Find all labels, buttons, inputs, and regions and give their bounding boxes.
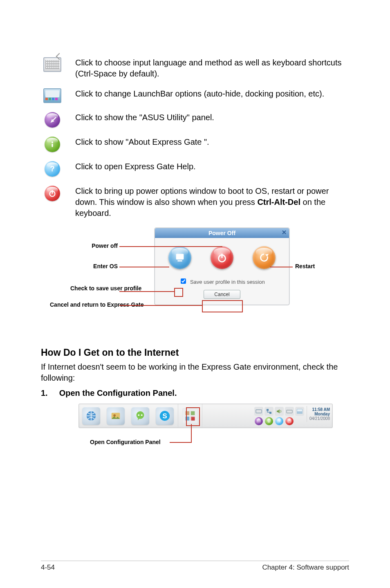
svg-rect-22 (256, 410, 262, 413)
save-profile-label[interactable]: Save user profile in this session (179, 279, 264, 285)
svg-text:?: ? (50, 164, 54, 173)
launchbar-figure: S (78, 404, 349, 428)
launchbar-desc: Click to change LaunchBar options (auto-… (64, 88, 349, 99)
close-icon[interactable] (280, 229, 288, 237)
section-heading: How Do I Get on to the Internet (41, 347, 349, 358)
save-profile-row: Save user profile in this session (159, 277, 285, 285)
callout-line-config-v (191, 424, 192, 443)
info-icon (41, 137, 64, 152)
power-off-figure: Power Off (41, 228, 349, 334)
svg-point-7 (219, 255, 226, 262)
tray-volume-icon[interactable] (275, 407, 284, 416)
language-desc: Click to choose input language and metho… (64, 57, 349, 79)
svg-rect-6 (178, 260, 182, 262)
anno-check-save: Check to save user profile (70, 285, 118, 292)
clock-time: 11:58 AM (309, 407, 330, 412)
svg-point-0 (52, 141, 53, 143)
launchbar-dock-left: S (79, 404, 178, 428)
cancel-button[interactable]: Cancel (204, 290, 240, 299)
tray-help-icon[interactable]: ? (275, 417, 284, 426)
launchbar-center (178, 404, 202, 428)
svg-point-12 (137, 411, 144, 419)
clock-day: Monday (309, 412, 330, 416)
svg-point-28 (269, 419, 270, 420)
skype-icon[interactable]: S (156, 407, 174, 425)
section-body: If Internet doesn't seem to be working i… (41, 361, 349, 384)
power-desc-shortcut: Ctrl-Alt-Del (257, 197, 300, 206)
power-off-button[interactable] (211, 246, 233, 269)
svg-rect-29 (269, 421, 269, 423)
tray-launchbar-icon[interactable] (295, 407, 304, 416)
row-help: ? Click to open Express Gate Help. (41, 161, 349, 177)
launchbar-callout-label: Open Configuration Panel (90, 439, 161, 445)
svg-point-11 (113, 414, 116, 417)
row-about: Click to show "About Express Gate ". (41, 137, 349, 152)
svg-text:S: S (162, 412, 167, 420)
step-1-text: Open the Configuration Panel. (59, 388, 177, 398)
svg-rect-18 (191, 411, 195, 415)
enter-os-button[interactable] (168, 246, 191, 269)
svg-point-31 (288, 420, 291, 423)
svg-point-14 (141, 414, 143, 416)
svg-rect-25 (287, 410, 292, 413)
anno-enter-os: Enter OS (80, 263, 118, 269)
tray-power-icon[interactable] (285, 417, 294, 426)
power-icon (41, 186, 64, 201)
svg-rect-8 (221, 254, 222, 258)
anno-power-off: Power off (80, 242, 118, 249)
svg-rect-24 (269, 412, 271, 414)
power-dialog-title: Power Off (155, 228, 289, 238)
svg-point-3 (50, 191, 55, 197)
row-language: Click to choose input language and metho… (41, 57, 349, 79)
svg-text:?: ? (278, 419, 280, 423)
svg-rect-1 (52, 144, 53, 147)
tray-util-icon[interactable] (254, 417, 263, 426)
anno-restart: Restart (295, 263, 315, 269)
anno-cancel-return: Cancel and return to Express Gate (50, 301, 118, 308)
power-desc: Click to bring up power options window t… (64, 186, 349, 219)
clock-date: 04/21/2008 (309, 416, 330, 421)
tray-spacer (295, 417, 304, 426)
about-desc: Click to show "About Express Gate ". (64, 137, 349, 148)
svg-rect-27 (297, 409, 302, 411)
chapter-label: Chapter 4: Software support (262, 563, 349, 572)
help-desc: Click to open Express Gate Help. (64, 161, 349, 172)
tray-keyboard2-icon[interactable] (285, 407, 294, 416)
row-launchbar-options: Click to change LaunchBar options (auto-… (41, 88, 349, 103)
photo-manager-icon[interactable] (107, 407, 125, 425)
svg-rect-4 (52, 190, 53, 194)
launchbar-tray: ? 11:58 AM Monday 04/21/2008 (202, 404, 332, 428)
row-power: Click to bring up power options window t… (41, 186, 349, 219)
keyboard-icon (41, 57, 64, 72)
asus-desc: Click to show the "ASUS Utility" panel. (64, 112, 349, 123)
step-1-number: 1. (41, 388, 48, 398)
page-number: 4-54 (41, 563, 55, 572)
asus-utility-icon (41, 112, 64, 128)
step-1: 1. Open the Configuration Panel. (41, 388, 349, 398)
config-panel-icon[interactable] (182, 408, 198, 424)
launchbar-icon (41, 88, 64, 103)
power-dialog: Power Off (155, 228, 289, 305)
restart-button[interactable] (253, 246, 276, 269)
clock: 11:58 AM Monday 04/21/2008 (307, 406, 330, 422)
svg-rect-23 (267, 409, 269, 411)
chat-icon[interactable] (131, 407, 149, 425)
callout-line-config-h (170, 442, 192, 443)
help-icon: ? (41, 161, 64, 177)
tray-info-icon[interactable] (264, 417, 273, 426)
svg-point-13 (138, 414, 139, 416)
row-asus-utility: Click to show the "ASUS Utility" panel. (41, 112, 349, 128)
svg-rect-19 (186, 417, 190, 421)
save-profile-text: Save user profile in this session (190, 279, 265, 285)
svg-rect-32 (289, 419, 289, 421)
page-footer: 4-54 Chapter 4: Software support (41, 561, 349, 572)
svg-rect-21 (192, 417, 195, 421)
tray-keyboard-icon[interactable] (254, 407, 263, 416)
tray-network-icon[interactable] (264, 407, 273, 416)
browser-icon[interactable] (82, 407, 100, 425)
svg-rect-17 (186, 411, 190, 415)
svg-rect-5 (176, 254, 184, 260)
launchbar: S (78, 404, 333, 428)
save-profile-checkbox[interactable] (181, 278, 186, 284)
